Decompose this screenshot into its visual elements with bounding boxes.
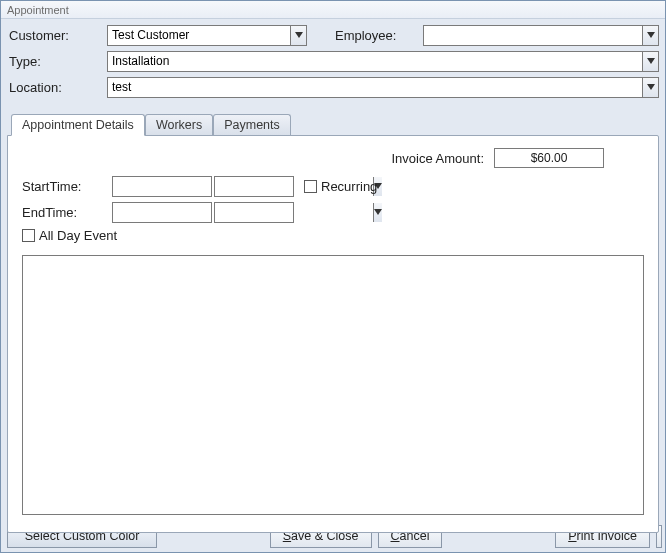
employee-input[interactable] bbox=[424, 26, 642, 45]
chevron-down-icon[interactable] bbox=[290, 26, 306, 45]
tab-workers[interactable]: Workers bbox=[145, 114, 213, 135]
endtime-label: EndTime: bbox=[22, 205, 112, 220]
appointment-window: Appointment Customer: Employee: Type: bbox=[0, 0, 666, 553]
type-combo[interactable] bbox=[107, 51, 659, 72]
tab-appointment-details[interactable]: Appointment Details bbox=[11, 114, 145, 136]
allday-label: All Day Event bbox=[39, 228, 117, 243]
tabs-container: Appointment Details Workers Payments Inv… bbox=[7, 111, 659, 533]
chevron-down-icon[interactable] bbox=[642, 26, 658, 45]
starttime-time[interactable] bbox=[214, 176, 294, 197]
customer-combo[interactable] bbox=[107, 25, 307, 46]
invoice-amount-label: Invoice Amount: bbox=[392, 151, 485, 166]
starttime-date[interactable] bbox=[112, 176, 212, 197]
location-label: Location: bbox=[7, 80, 107, 95]
checkbox-icon[interactable] bbox=[22, 229, 35, 242]
customer-input[interactable] bbox=[108, 26, 290, 45]
endtime-date[interactable] bbox=[112, 202, 212, 223]
chevron-down-icon[interactable] bbox=[642, 78, 658, 97]
type-label: Type: bbox=[7, 54, 107, 69]
endtime-time[interactable] bbox=[214, 202, 294, 223]
customer-label: Customer: bbox=[7, 28, 107, 43]
tab-payments[interactable]: Payments bbox=[213, 114, 291, 135]
allday-checkbox[interactable]: All Day Event bbox=[22, 228, 117, 243]
location-input[interactable] bbox=[108, 78, 642, 97]
window-title: Appointment bbox=[1, 1, 665, 19]
endtime-time-input[interactable] bbox=[215, 203, 373, 222]
type-input[interactable] bbox=[108, 52, 642, 71]
chevron-down-icon[interactable] bbox=[642, 52, 658, 71]
recurring-checkbox[interactable]: Recurring bbox=[304, 179, 377, 194]
tab-strip: Appointment Details Workers Payments bbox=[7, 111, 659, 135]
checkbox-icon[interactable] bbox=[304, 180, 317, 193]
notes-area[interactable] bbox=[22, 255, 644, 515]
invoice-amount-value[interactable]: $60.00 bbox=[494, 148, 604, 168]
employee-label: Employee: bbox=[333, 28, 423, 43]
employee-combo[interactable] bbox=[423, 25, 659, 46]
tab-panel-details: Invoice Amount: $60.00 StartTime: Rec bbox=[7, 135, 659, 533]
header-area: Customer: Employee: Type: bbox=[1, 19, 665, 111]
location-combo[interactable] bbox=[107, 77, 659, 98]
starttime-label: StartTime: bbox=[22, 179, 112, 194]
recurring-label: Recurring bbox=[321, 179, 377, 194]
chevron-down-icon[interactable] bbox=[373, 203, 382, 222]
